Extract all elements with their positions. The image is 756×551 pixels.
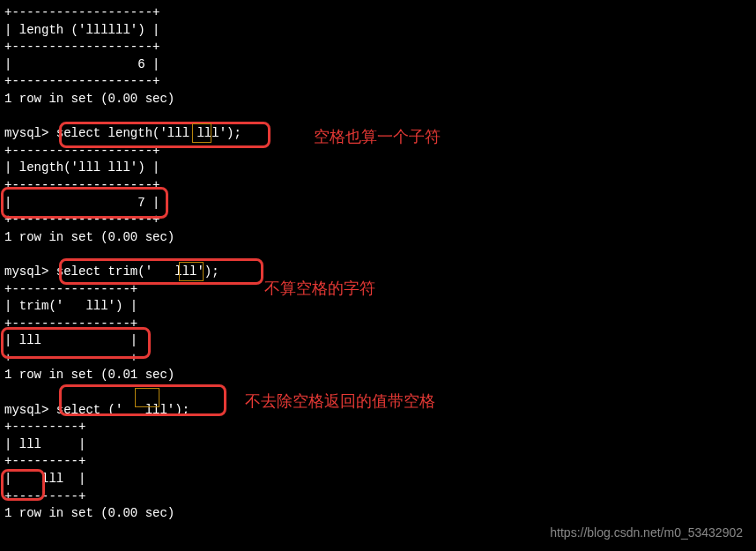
output-line: | trim(' lll') | [4, 298, 756, 316]
output-line: +----------------+ [4, 316, 756, 333]
blank-line [4, 108, 756, 126]
output-line: | length('lll lll') | [4, 160, 756, 177]
output-line: +---------+ [4, 419, 756, 436]
annotation-1: 空格也算一个子符 [314, 126, 441, 148]
output-line: | 6 | [4, 56, 756, 74]
output-line: | lll | [4, 436, 756, 454]
output-line: | 7 | [4, 195, 756, 212]
output-line: +-------------------+ [4, 177, 756, 195]
annotation-2: 不算空格的字符 [264, 278, 375, 300]
output-line: 1 row in set (0.00 sec) [4, 91, 756, 108]
output-line: +---------+ [4, 488, 756, 506]
output-line: +-------------------+ [4, 73, 756, 91]
watermark: https://blog.csdn.net/m0_53432902 [550, 525, 743, 542]
output-line: 1 row in set (0.00 sec) [4, 229, 756, 247]
output-line: | lll | [4, 332, 756, 350]
output-line: | length ('llllll') | [4, 22, 756, 40]
output-line: +----------------+ [4, 350, 756, 368]
output-line: | lll | [4, 471, 756, 488]
output-line: +-------------------+ [4, 4, 756, 22]
blank-line [4, 246, 756, 264]
output-line: +-------------------+ [4, 39, 756, 56]
annotation-3: 不去除空格返回的值带空格 [245, 391, 435, 413]
output-line: +-------------------+ [4, 212, 756, 229]
output-line: +----------------+ [4, 281, 756, 299]
output-line: 1 row in set (0.00 sec) [4, 505, 756, 523]
prompt-line[interactable]: mysql> select trim(' lll'); [4, 264, 756, 281]
output-line: 1 row in set (0.01 sec) [4, 367, 756, 384]
output-line: +---------+ [4, 453, 756, 471]
